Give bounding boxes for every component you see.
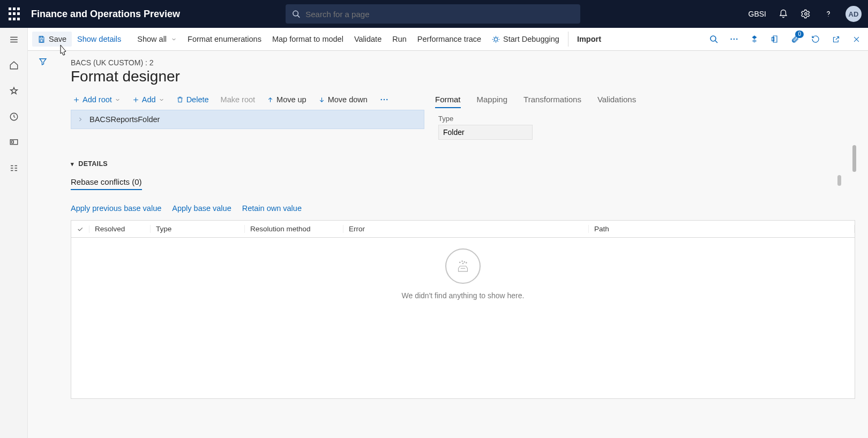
popout-button[interactable] bbox=[830, 34, 841, 44]
col-error[interactable]: Error bbox=[343, 225, 589, 233]
global-search[interactable] bbox=[286, 4, 580, 24]
search-input[interactable] bbox=[305, 10, 574, 19]
start-debugging-button[interactable]: Start Debugging bbox=[487, 32, 565, 47]
apply-previous-base-button[interactable]: Apply previous base value bbox=[71, 204, 161, 213]
svg-point-7 bbox=[710, 36, 716, 41]
breadcrumb: BACS (UK CUSTOM) : 2 bbox=[71, 58, 855, 67]
validate-button[interactable]: Validate bbox=[349, 32, 387, 47]
help-icon[interactable] bbox=[823, 9, 834, 19]
svg-rect-5 bbox=[40, 40, 43, 42]
home-icon[interactable] bbox=[8, 59, 20, 71]
delete-button[interactable]: Delete bbox=[174, 93, 211, 106]
separator bbox=[568, 32, 568, 47]
save-icon bbox=[38, 35, 46, 43]
popout-icon bbox=[832, 35, 840, 43]
left-rail bbox=[0, 28, 28, 438]
company-code[interactable]: GBSI bbox=[749, 10, 766, 18]
office-icon[interactable] bbox=[769, 34, 780, 44]
empty-message: We didn't find anything to show here. bbox=[402, 291, 525, 300]
avatar[interactable]: AD bbox=[845, 6, 862, 22]
refresh-icon bbox=[811, 35, 820, 43]
modules-icon[interactable] bbox=[8, 162, 20, 174]
command-bar: Save Show details Show all Format enumer… bbox=[28, 28, 868, 51]
add-root-button[interactable]: Add root bbox=[71, 93, 123, 106]
svg-point-17 bbox=[386, 99, 387, 100]
add-button[interactable]: Add bbox=[130, 93, 167, 106]
make-root-button: Make root bbox=[219, 93, 257, 106]
recent-icon[interactable] bbox=[8, 111, 20, 123]
svg-rect-14 bbox=[11, 141, 13, 144]
dataverse-icon[interactable] bbox=[749, 34, 760, 44]
col-resolved[interactable]: Resolved bbox=[89, 225, 151, 233]
chevron-down-icon bbox=[115, 97, 121, 103]
svg-point-3 bbox=[828, 16, 828, 17]
arrow-down-icon bbox=[318, 96, 325, 103]
col-resolution-method[interactable]: Resolution method bbox=[245, 225, 343, 233]
attachments-button[interactable]: 0 bbox=[790, 34, 800, 44]
trash-icon bbox=[176, 96, 184, 103]
type-label: Type bbox=[438, 115, 855, 123]
col-type[interactable]: Type bbox=[151, 225, 245, 233]
star-icon[interactable] bbox=[8, 85, 20, 97]
more-button[interactable] bbox=[729, 34, 739, 44]
debug-icon bbox=[492, 35, 500, 43]
arrow-up-icon bbox=[267, 96, 274, 103]
performance-trace-button[interactable]: Performance trace bbox=[412, 32, 487, 47]
svg-point-10 bbox=[734, 39, 735, 40]
show-details-button[interactable]: Show details bbox=[72, 32, 126, 47]
svg-point-2 bbox=[805, 13, 807, 16]
show-all-dropdown[interactable]: Show all bbox=[132, 32, 182, 47]
filter-toggle[interactable] bbox=[37, 56, 49, 67]
tab-format[interactable]: Format bbox=[435, 93, 461, 108]
toolbar-more-button[interactable] bbox=[377, 93, 391, 107]
bell-icon[interactable] bbox=[778, 9, 789, 19]
hamburger-icon[interactable] bbox=[8, 34, 20, 46]
ellipsis-icon bbox=[379, 95, 389, 104]
plus-icon bbox=[132, 96, 139, 103]
close-icon bbox=[852, 35, 860, 43]
tab-validations[interactable]: Validations bbox=[597, 93, 636, 108]
caret-right-icon bbox=[78, 117, 83, 122]
move-up-button[interactable]: Move up bbox=[265, 93, 309, 106]
svg-point-9 bbox=[730, 39, 732, 40]
apply-bar: Apply previous base value Apply base val… bbox=[71, 204, 855, 213]
move-down-button[interactable]: Move down bbox=[316, 93, 370, 106]
type-field[interactable] bbox=[438, 125, 533, 140]
page-title: Format designer bbox=[71, 68, 855, 85]
refresh-button[interactable] bbox=[810, 34, 821, 44]
import-button[interactable]: Import bbox=[572, 32, 607, 47]
svg-point-15 bbox=[380, 99, 381, 100]
designer-toolbar: Add root Add Delete Make root Move up bbox=[71, 93, 424, 107]
retain-own-button[interactable]: Retain own value bbox=[242, 204, 302, 213]
tree-node-root[interactable]: BACSReportsFolder bbox=[71, 110, 424, 129]
workspace-icon[interactable] bbox=[8, 137, 20, 148]
top-bar: Finance and Operations Preview GBSI AD bbox=[0, 0, 868, 28]
tab-mapping[interactable]: Mapping bbox=[477, 93, 508, 108]
right-panel: Format Mapping Transformations Validatio… bbox=[435, 93, 855, 140]
subtab-rebase-conflicts[interactable]: Rebase conflicts (0) bbox=[71, 177, 142, 190]
save-button[interactable]: Save bbox=[32, 32, 72, 47]
scrollbar-thumb[interactable] bbox=[837, 175, 841, 186]
empty-state: We didn't find anything to show here. bbox=[71, 238, 855, 398]
ellipsis-icon bbox=[729, 34, 739, 44]
search-icon bbox=[292, 10, 300, 18]
svg-line-8 bbox=[715, 41, 717, 43]
run-button[interactable]: Run bbox=[387, 32, 412, 47]
find-button[interactable] bbox=[708, 34, 719, 44]
top-right: GBSI AD bbox=[749, 0, 862, 28]
format-enumerations-button[interactable]: Format enumerations bbox=[182, 32, 267, 47]
col-path[interactable]: Path bbox=[589, 225, 855, 233]
plus-icon bbox=[73, 96, 80, 103]
app-title: Finance and Operations Preview bbox=[31, 9, 180, 20]
apply-base-button[interactable]: Apply base value bbox=[172, 204, 231, 213]
app-launcher-icon[interactable] bbox=[6, 6, 21, 21]
select-all-checkbox[interactable] bbox=[71, 225, 89, 233]
details-header[interactable]: ▾ DETAILS bbox=[71, 160, 855, 168]
main-content: BACS (UK CUSTOM) : 2 Format designer Add… bbox=[58, 51, 868, 438]
scrollbar-thumb[interactable] bbox=[852, 145, 856, 172]
gear-icon[interactable] bbox=[800, 9, 811, 19]
map-format-button[interactable]: Map format to model bbox=[267, 32, 349, 47]
close-button[interactable] bbox=[851, 34, 862, 44]
tree-node-label: BACSReportsFolder bbox=[89, 115, 160, 124]
tab-transformations[interactable]: Transformations bbox=[523, 93, 581, 108]
